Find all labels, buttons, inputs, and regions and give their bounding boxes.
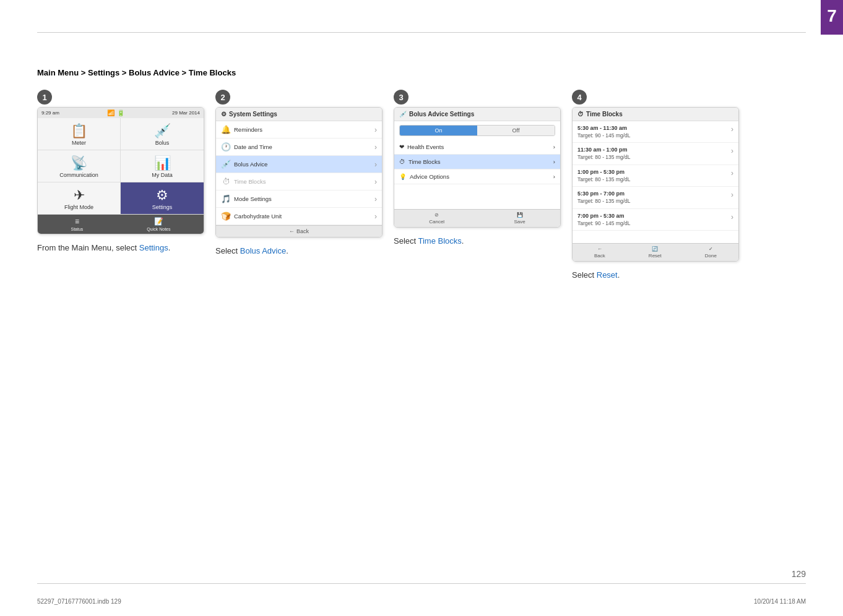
s4-back-button[interactable]: ← Back (594, 246, 605, 259)
screen1-time: 9:29 am (41, 110, 59, 116)
time-block-3[interactable]: 5:30 pm - 7:00 pm Target: 80 - 135 mg/dL… (573, 187, 738, 208)
tb4-chevron: › (731, 212, 733, 223)
screen-4: ⏱ Time Blocks 5:30 am - 11:30 am Target:… (572, 107, 739, 262)
carb-unit-icon: 🍞 (221, 212, 231, 221)
screen1-cell-mydata[interactable]: 📊 My Data (121, 150, 204, 182)
done-button[interactable]: ✓ Done (705, 246, 717, 259)
time-blocks-icon: ⏱ (221, 177, 231, 186)
menu-datetime[interactable]: 🕐 Date and Time › (216, 139, 382, 156)
screen3-spacer (394, 184, 560, 209)
step-3-prefix: Select (394, 236, 418, 246)
health-events-icon: ❤ (399, 143, 404, 150)
footer-right: 10/20/14 11:18 AM (754, 598, 806, 605)
screen3-header-title: Bolus Advice Settings (409, 111, 474, 118)
tb3-text: 5:30 pm - 7:00 pm Target: 80 - 135 mg/dL (577, 190, 728, 205)
time-block-0[interactable]: 5:30 am - 11:30 am Target: 90 - 145 mg/d… (573, 121, 738, 143)
tb4-target: Target: 90 - 145 mg/dL (577, 220, 728, 228)
screen1-cell-bolus[interactable]: 💉 Bolus (121, 118, 204, 150)
mode-settings-left: 🎵 Mode Settings (221, 194, 272, 203)
toggle-off[interactable]: Off (477, 126, 555, 135)
status-icon: ≡ (75, 217, 79, 226)
time-block-4[interactable]: 7:00 pm - 5:30 am Target: 90 - 145 mg/dL… (573, 209, 738, 231)
menu-bolus-advice[interactable]: 💉 Bolus Advice › (216, 156, 382, 173)
screen1-cell-settings[interactable]: ⚙ Settings (121, 182, 204, 215)
menu3-health-events[interactable]: ❤ Health Events › (394, 140, 560, 155)
bolus-icon: 💉 (154, 124, 171, 138)
step-4-suffix: . (618, 270, 620, 280)
step-3: 3 💉 Bolus Advice Settings On Off ❤ Healt… (394, 90, 561, 247)
screen4-footer: ← Back 🔄 Reset ✓ Done (573, 243, 738, 261)
tb3-time: 5:30 pm - 7:00 pm (577, 190, 728, 198)
step-4-badge: 4 (572, 90, 587, 105)
back-icon: ← (289, 228, 295, 234)
border-bottom (37, 583, 806, 584)
step-2: 2 ⚙ System Settings 🔔 Reminders › 🕐 (215, 90, 383, 257)
step-2-suffix: . (286, 246, 288, 255)
time-blocks-chevron: › (374, 178, 377, 186)
s3-time-blocks-label: Time Blocks (409, 158, 440, 165)
step-1-text: From the Main Menu, select Settings. (37, 242, 170, 254)
main-content: Main Menu > Settings > Bolus Advice > Ti… (37, 37, 806, 579)
page-tab-number: 7 (827, 6, 837, 25)
footer-quicknotes[interactable]: 📝 Quick Notes (147, 217, 170, 231)
menu-time-blocks[interactable]: ⏱ Time Blocks › (216, 173, 382, 190)
tb0-time: 5:30 am - 11:30 am (577, 124, 728, 132)
tb2-text: 1:00 pm - 5:30 pm Target: 80 - 135 mg/dL (577, 168, 728, 183)
advice-options-left: 💡 Advice Options (399, 173, 449, 180)
bolus-advice-left: 💉 Bolus Advice (221, 160, 267, 169)
breadcrumb: Main Menu > Settings > Bolus Advice > Ti… (37, 68, 806, 77)
s4-back-icon: ← (597, 246, 602, 252)
tb4-time: 7:00 pm - 5:30 am (577, 212, 728, 220)
menu-reminders[interactable]: 🔔 Reminders › (216, 121, 382, 139)
step-3-text: Select Time Blocks. (394, 235, 464, 247)
reminders-icon: 🔔 (221, 125, 231, 134)
step-2-prefix: Select (215, 246, 240, 255)
menu3-advice-options[interactable]: 💡 Advice Options › (394, 169, 560, 184)
back-button[interactable]: ← Back (289, 228, 309, 234)
screen1-header: 9:29 am 📶 🔋 29 Mar 2014 (38, 108, 204, 118)
tb3-target: Target: 80 - 135 mg/dL (577, 198, 728, 205)
menu3-time-blocks[interactable]: ⏱ Time Blocks › (394, 155, 560, 169)
mode-settings-chevron: › (374, 195, 377, 203)
tb4-text: 7:00 pm - 5:30 am Target: 90 - 145 mg/dL (577, 212, 728, 227)
tb2-chevron: › (731, 168, 733, 179)
time-blocks-label: Time Blocks (234, 178, 266, 185)
communication-icon: 📡 (71, 156, 87, 170)
tb1-target: Target: 80 - 135 mg/dL (577, 154, 728, 161)
steps-container: 1 9:29 am 📶 🔋 29 Mar 2014 📋 Meter (37, 90, 806, 281)
meter-label: Meter (72, 140, 86, 146)
carb-unit-left: 🍞 Carbohydrate Unit (221, 212, 282, 221)
s3-time-blocks-chevron: › (553, 158, 555, 165)
step-4-highlight: Reset (597, 270, 618, 280)
time-block-1[interactable]: 11:30 am - 1:00 pm Target: 80 - 135 mg/d… (573, 143, 738, 165)
s3-time-blocks-left: ⏱ Time Blocks (399, 158, 440, 165)
time-block-2[interactable]: 1:00 pm - 5:30 pm Target: 80 - 135 mg/dL… (573, 165, 738, 187)
reset-button[interactable]: 🔄 Reset (649, 246, 662, 259)
save-icon: 💾 (517, 212, 523, 218)
screen3-header-icon: 💉 (399, 111, 407, 118)
screen-3: 💉 Bolus Advice Settings On Off ❤ Health … (394, 107, 561, 228)
save-label: Save (514, 219, 525, 225)
advice-options-icon: 💡 (399, 173, 407, 180)
cancel-button[interactable]: ⊘ Cancel (429, 212, 444, 225)
step-3-suffix: . (462, 236, 464, 246)
quicknotes-icon: 📝 (154, 217, 163, 226)
save-button[interactable]: 💾 Save (514, 212, 525, 225)
settings-label: Settings (152, 204, 173, 210)
carb-unit-label: Carbohydrate Unit (234, 213, 282, 220)
footer-status[interactable]: ≡ Status (71, 217, 84, 231)
toggle-on[interactable]: On (400, 126, 477, 135)
tb3-chevron: › (731, 190, 733, 200)
tb0-chevron: › (731, 124, 733, 135)
tb1-chevron: › (731, 146, 733, 156)
screen1-cell-communication[interactable]: 📡 Communication (38, 150, 121, 182)
flightmode-label: Flight Mode (64, 204, 93, 210)
menu-mode-settings[interactable]: 🎵 Mode Settings › (216, 190, 382, 208)
menu-carb-unit[interactable]: 🍞 Carbohydrate Unit › (216, 208, 382, 225)
screen1-cell-flightmode[interactable]: ✈ Flight Mode (38, 182, 121, 215)
tb1-text: 11:30 am - 1:00 pm Target: 80 - 135 mg/d… (577, 146, 728, 161)
step-4: 4 ⏱ Time Blocks 5:30 am - 11:30 am Targe… (572, 90, 739, 281)
screen1-grid: 📋 Meter 💉 Bolus 📡 Communication 📊 My Dat… (38, 118, 204, 215)
tb0-text: 5:30 am - 11:30 am Target: 90 - 145 mg/d… (577, 124, 728, 139)
screen1-cell-meter[interactable]: 📋 Meter (38, 118, 121, 150)
